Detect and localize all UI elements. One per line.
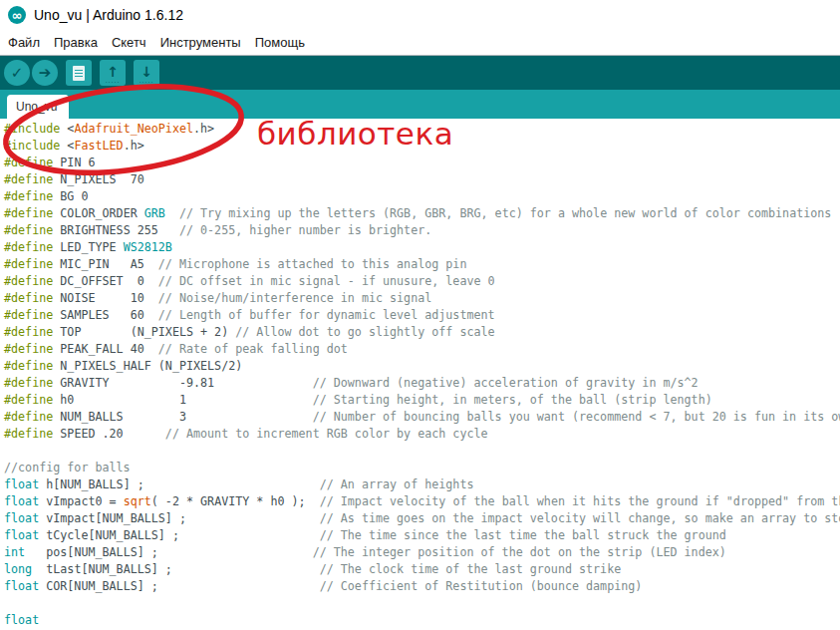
code-line: #define MIC_PIN A5 // Microphone is atta… [4, 256, 840, 273]
tab-label: Uno_vu [16, 100, 57, 114]
upload-arrow-icon: ➔ [39, 66, 52, 81]
title-bar: ∞ Uno_vu | Arduino 1.6.12 [0, 0, 840, 30]
code-line: int pos[NUM_BALLS] ; // The integer posi… [4, 544, 840, 561]
code-line: #define NOISE 10 // Noise/hum/interferen… [4, 290, 840, 307]
menu-item-3[interactable]: Инструменты [160, 35, 241, 50]
tab-uno-vu[interactable]: Uno_vu [7, 95, 69, 119]
code-editor[interactable]: #include <Adafruit_NeoPixel.h>#include <… [0, 119, 840, 630]
open-up-arrow-icon: ↑..... [106, 65, 121, 82]
verify-button[interactable]: ✓ [4, 60, 30, 86]
code-line: #define h0 1 // Starting height, in mete… [4, 392, 840, 409]
menu-item-4[interactable]: Помощь [255, 35, 305, 50]
code-line: //config for balls [4, 460, 840, 476]
code-line: #define N_PIXELS_HALF (N_PIXELS/2) [4, 358, 840, 375]
upload-button[interactable]: ➔ [32, 60, 58, 86]
save-button[interactable]: ↓..... [134, 60, 159, 86]
tab-strip: Uno_vu [0, 90, 840, 119]
code-line: #define SPEED .20 // Amount to increment… [4, 426, 840, 443]
code-line: float COR[NUM_BALLS] ; // Coefficient of… [4, 578, 840, 595]
arduino-infinity-icon: ∞ [8, 6, 26, 24]
code-line: float [4, 612, 840, 629]
code-line: #define BG 0 [4, 188, 840, 205]
save-down-arrow-icon: ↓..... [140, 65, 154, 82]
menu-item-1[interactable]: Правка [54, 35, 98, 50]
open-button[interactable]: ↑..... [100, 60, 126, 86]
new-document-icon [73, 66, 85, 81]
code-line: #define NUM_BALLS 3 // Number of bouncin… [4, 409, 840, 426]
code-line: #define PEAK_FALL 40 // Rate of peak fal… [4, 341, 840, 358]
code-line: #define BRIGHTNESS 255 // 0-255, higher … [4, 222, 840, 239]
menu-bar: ФайлПравкаСкетчИнструментыПомощь [0, 30, 840, 56]
code-line: #define COLOR_ORDER GRB // Try mixing up… [4, 205, 840, 222]
menu-item-0[interactable]: Файл [8, 35, 40, 50]
code-line: #define N_PIXELS 70 [4, 171, 840, 188]
code-area: #include <Adafruit_NeoPixel.h>#include <… [4, 121, 840, 629]
code-line: #define GRAVITY -9.81 // Downward (negat… [4, 375, 840, 392]
code-line: #define LED_TYPE WS2812B [4, 239, 840, 256]
window-title: Uno_vu | Arduino 1.6.12 [34, 7, 183, 23]
code-line: long tLast[NUM_BALLS] ; // The clock tim… [4, 561, 840, 578]
code-line: #define SAMPLES 60 // Length of buffer f… [4, 307, 840, 324]
code-line: #define TOP (N_PIXELS + 2) // Allow dot … [4, 324, 840, 341]
new-sketch-button[interactable] [66, 60, 92, 86]
code-line [4, 443, 840, 460]
code-line: #define PIN 6 [4, 155, 840, 171]
toolbar: ✓ ➔ ↑..... ↓..... [0, 56, 840, 90]
menu-item-2[interactable]: Скетч [112, 35, 146, 50]
code-line: float h[NUM_BALLS] ; // An array of heig… [4, 476, 840, 493]
code-line: float vImpact0 = sqrt( -2 * GRAVITY * h0… [4, 493, 840, 510]
code-line: #define DC_OFFSET 0 // DC offset in mic … [4, 273, 840, 290]
annotation-label: библиотека [257, 116, 453, 152]
verify-check-icon: ✓ [11, 66, 24, 81]
code-line: float tCycle[NUM_BALLS] ; // The time si… [4, 527, 840, 544]
code-line: float vImpact[NUM_BALLS] ; // As time go… [4, 510, 840, 527]
code-line [4, 595, 840, 612]
